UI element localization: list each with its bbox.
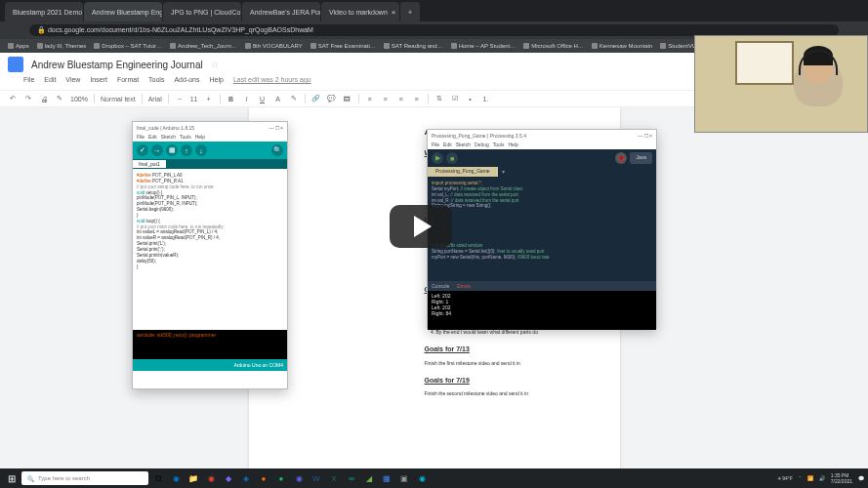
bookmark-item[interactable]: SAT Free Examinati…	[310, 43, 376, 49]
window-titlebar[interactable]: Processing_Pong_Game | Processing 3.5.4 …	[428, 130, 656, 142]
new-tab-button[interactable]: +	[400, 2, 420, 21]
align-left-icon[interactable]: ≡	[365, 94, 375, 103]
menu-help[interactable]: Help	[508, 142, 517, 149]
browser-tab[interactable]: Video to markdown×	[321, 2, 399, 21]
last-edit-text[interactable]: Last edit was 2 hours ago	[233, 76, 311, 90]
docs-taskbar-icon[interactable]: ▦	[379, 470, 394, 486]
discord-icon[interactable]: ◉	[291, 470, 307, 486]
menu-file[interactable]: File	[432, 142, 439, 149]
size-dec-icon[interactable]: −	[175, 94, 185, 103]
bookmark-item[interactable]: Kennesaw Mountain	[592, 43, 652, 49]
undo-icon[interactable]: ↶	[8, 94, 18, 103]
menu-edit[interactable]: Edit	[148, 134, 157, 142]
star-icon[interactable]: ☆	[211, 60, 219, 69]
print-icon[interactable]: 🖨	[39, 94, 49, 103]
new-icon[interactable]: ▦	[166, 144, 178, 156]
taskbar-search[interactable]: 🔍 Type here to search	[21, 471, 148, 485]
edge-icon[interactable]: ◉	[168, 470, 184, 486]
browser-tab[interactable]: AndrewBae's JERA Portfolio×	[242, 2, 320, 21]
bookmark-item[interactable]: Dropbox – SAT Tutor…	[94, 43, 162, 49]
menu-tools[interactable]: Tools	[180, 134, 191, 142]
text-color-icon[interactable]: A	[273, 94, 283, 103]
comment-icon[interactable]: 💬	[327, 94, 337, 103]
browser-tab[interactable]: Bluestamp 2021 Demo Night×	[5, 2, 83, 21]
clock[interactable]: 1:35 PM7/22/2021	[831, 472, 852, 484]
image-icon[interactable]: 🖼	[343, 94, 352, 103]
processing-ide-window[interactable]: Processing_Pong_Game | Processing 3.5.4 …	[427, 129, 657, 329]
arduino-taskbar-icon[interactable]: ∞	[344, 470, 359, 486]
start-button[interactable]: ⊞	[4, 470, 20, 486]
task-view-icon[interactable]: ⊡	[150, 470, 166, 486]
menu-sketch[interactable]: Sketch	[161, 134, 176, 142]
code-editor[interactable]: import processing.serial.*; Serial myPor…	[428, 177, 656, 281]
volume-icon[interactable]: 🔊	[819, 475, 825, 481]
close-icon[interactable]: ×	[392, 8, 396, 17]
menu-help[interactable]: Help	[195, 134, 205, 142]
number-list-icon[interactable]: 1.	[481, 94, 491, 103]
line-spacing-icon[interactable]: ⇅	[434, 94, 444, 103]
app-icon[interactable]: ▣	[396, 470, 412, 486]
menu-format[interactable]: Format	[117, 76, 139, 90]
open-icon[interactable]: ↑	[181, 144, 192, 156]
save-icon[interactable]: ↓	[195, 144, 207, 156]
browser-tab[interactable]: Andrew Bluestamp Engineering×	[84, 2, 162, 21]
maximize-icon[interactable]: ☐	[275, 125, 279, 131]
stop-icon[interactable]: ■	[446, 152, 458, 164]
notifications-icon[interactable]: 💬	[858, 475, 864, 481]
processing-taskbar-icon[interactable]: ◢	[361, 470, 377, 486]
console-tab[interactable]: Console	[432, 283, 449, 289]
menu-edit[interactable]: Edit	[443, 142, 452, 149]
run-icon[interactable]: ▶	[432, 152, 443, 164]
sketch-tab[interactable]: final_pot1	[133, 160, 166, 168]
chrome-icon[interactable]: ◉	[203, 470, 219, 486]
tab-dropdown-icon[interactable]: ▾	[498, 167, 509, 177]
wifi-icon[interactable]: 📶	[807, 475, 813, 481]
menu-help[interactable]: Help	[210, 76, 224, 90]
errors-tab[interactable]: Errors	[457, 283, 471, 289]
docs-logo-icon[interactable]	[8, 57, 23, 72]
font-select[interactable]: Arial	[148, 96, 162, 102]
maximize-icon[interactable]: ☐	[644, 133, 648, 139]
menu-view[interactable]: View	[65, 76, 80, 90]
align-justify-icon[interactable]: ≡	[412, 94, 422, 103]
serial-monitor-icon[interactable]: 🔍	[271, 144, 283, 156]
browser-tab[interactable]: JPG to PNG | CloudConvert×	[163, 2, 241, 21]
tray-chevron-icon[interactable]: ˄	[799, 475, 802, 481]
bookmark-item[interactable]: Andrew_Tech_Journ…	[170, 43, 237, 49]
checklist-icon[interactable]: ☑	[450, 94, 460, 103]
redo-icon[interactable]: ↷	[23, 94, 33, 103]
paint-format-icon[interactable]: ✎	[55, 94, 64, 103]
sketch-tab[interactable]: Processing_Pong_Game	[428, 167, 498, 177]
explorer-icon[interactable]: 📁	[186, 470, 201, 486]
window-titlebar[interactable]: final_code | Arduino 1.8.15 — ☐ ×	[133, 122, 287, 134]
debug-icon[interactable]: 🐞	[615, 152, 627, 164]
spotify-icon[interactable]: ●	[273, 470, 289, 486]
bullet-list-icon[interactable]: •	[466, 94, 475, 103]
highlight-icon[interactable]: ✎	[289, 94, 299, 103]
size-inc-icon[interactable]: +	[204, 94, 214, 103]
menu-file[interactable]: File	[137, 134, 145, 142]
align-center-icon[interactable]: ≡	[381, 94, 391, 103]
menu-edit[interactable]: Edit	[44, 76, 56, 90]
document-title[interactable]: Andrew Bluestamp Engineering Journal	[31, 60, 203, 70]
menu-debug[interactable]: Debug	[475, 142, 489, 149]
upload-icon[interactable]: →	[151, 144, 163, 156]
close-icon[interactable]: ×	[280, 125, 283, 131]
bookmark-item[interactable]: Microsoft Office H…	[523, 43, 584, 49]
bookmark-item[interactable]: Home – AP Student…	[451, 43, 517, 49]
align-right-icon[interactable]: ≡	[396, 94, 406, 103]
font-size[interactable]: 11	[190, 96, 198, 102]
app-icon[interactable]: ◉	[414, 470, 430, 486]
verify-icon[interactable]: ✓	[137, 144, 148, 156]
menu-addons[interactable]: Add-ons	[174, 76, 199, 90]
mode-selector[interactable]: Java	[630, 152, 652, 164]
excel-icon[interactable]: X	[326, 470, 342, 486]
minimize-icon[interactable]: —	[638, 133, 642, 139]
link-icon[interactable]: 🔗	[311, 94, 321, 103]
menu-tools[interactable]: Tools	[148, 76, 164, 90]
menu-tools[interactable]: Tools	[493, 142, 505, 149]
bookmark-item[interactable]: lady III, Themes	[37, 43, 87, 49]
style-select[interactable]: Normal text	[101, 96, 136, 102]
weather-widget[interactable]: ☀ 94°F	[777, 475, 793, 481]
italic-icon[interactable]: I	[242, 94, 252, 103]
